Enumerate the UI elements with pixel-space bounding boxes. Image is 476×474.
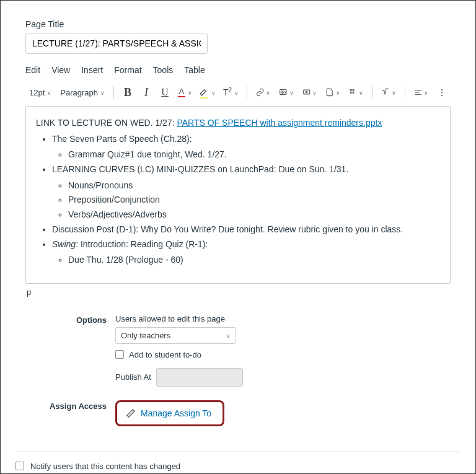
publish-at-input[interactable] [156, 368, 243, 387]
media-icon [302, 87, 311, 97]
chevron-down-icon: ∨ [226, 333, 231, 339]
manage-assign-to-button[interactable]: Manage Assign To [121, 406, 216, 421]
block-format-select[interactable]: Paragraph∨ [58, 88, 107, 97]
notify-checkbox[interactable] [15, 462, 24, 470]
options-label: Options [25, 314, 115, 387]
italic-button[interactable]: I [139, 85, 154, 100]
equation-icon [381, 87, 390, 97]
link-button[interactable]: ∨ [253, 85, 273, 100]
list-item: Discussion Post (D-1): Why Do You Write?… [52, 223, 440, 237]
apps-icon [349, 87, 358, 97]
superscript-button[interactable]: T2∨ [221, 85, 240, 100]
font-size-select[interactable]: 12pt∨ [27, 88, 54, 97]
menu-table[interactable]: Table [184, 65, 205, 75]
page-title-input[interactable] [25, 33, 208, 54]
lecture-link[interactable]: PARTS OF SPEECH with assignment reminder… [177, 118, 382, 128]
toolbar-separator [405, 86, 405, 99]
image-icon [279, 87, 288, 97]
link-icon [256, 87, 265, 97]
more-button[interactable]: ⋮ [434, 85, 449, 100]
content-text: LINK TO LECTURE ON WED. 1/27: [36, 118, 177, 128]
alignment-button[interactable]: ∨ [412, 85, 431, 100]
menu-format[interactable]: Format [114, 65, 141, 75]
editor-status-path: p [25, 287, 451, 297]
bold-button[interactable]: B [120, 85, 135, 100]
assign-button-label: Manage Assign To [141, 408, 211, 418]
page-title-label: Page Title [25, 19, 451, 29]
image-button[interactable]: ∨ [276, 85, 296, 100]
editor-menubar: Edit View Insert Format Tools Table [25, 65, 451, 75]
notify-label: Notify users that this content has chang… [30, 462, 180, 471]
highlight-annotation: Manage Assign To [115, 400, 224, 426]
highlight-color-button[interactable]: ∨ [198, 85, 218, 100]
menu-tools[interactable]: Tools [153, 65, 174, 75]
svg-marker-3 [306, 91, 307, 92]
document-icon [325, 87, 334, 97]
toolbar-separator [113, 86, 114, 99]
svg-rect-5 [352, 89, 354, 91]
publish-at-label: Publish At [115, 372, 151, 382]
highlighter-icon [199, 87, 209, 97]
todo-checkbox[interactable] [115, 350, 124, 359]
list-item: Nouns/Pronouns [68, 179, 440, 193]
menu-edit[interactable]: Edit [25, 65, 40, 75]
svg-point-1 [281, 91, 283, 92]
toolbar-separator [372, 86, 372, 99]
text-color-button[interactable]: A∨ [176, 85, 194, 100]
pencil-icon [126, 408, 136, 418]
assign-access-label: Assign Access [25, 400, 115, 426]
svg-rect-7 [352, 92, 354, 94]
list-item: Due Thu. 1/28 (Prologue - 60) [68, 253, 440, 267]
list-item: Grammar Quiz#1 due tonight, Wed. 1/27. [68, 148, 440, 162]
toolbar-separator [247, 86, 247, 99]
align-left-icon [414, 87, 423, 97]
media-button[interactable]: ∨ [300, 85, 320, 100]
editors-select[interactable]: Only teachers ∨ [115, 327, 236, 344]
document-button[interactable]: ∨ [323, 85, 343, 100]
editor-toolbar: 12pt∨ Paragraph∨ B I U A∨ ∨ T2∨ ∨ ∨ ∨ ∨ … [25, 81, 451, 103]
menu-view[interactable]: View [51, 65, 70, 75]
list-item: Preposition/Conjunction [68, 193, 440, 207]
list-item: LEARNING CURVES (LC) MINI-QUIZZES on Lau… [52, 163, 440, 222]
underline-button[interactable]: U [157, 85, 172, 100]
equation-button[interactable]: ∨ [379, 85, 399, 100]
menu-insert[interactable]: Insert [81, 65, 103, 75]
apps-button[interactable]: ∨ [346, 85, 366, 100]
list-item: Verbs/Adjectives/Adverbs [68, 208, 440, 222]
svg-rect-4 [350, 89, 351, 91]
options-hint: Users allowed to edit this page [115, 314, 451, 323]
select-value: Only teachers [121, 331, 170, 340]
svg-rect-6 [350, 92, 351, 94]
todo-label: Add to student to-do [129, 350, 201, 359]
list-item: Swing: Introduction: Reading Quiz (R-1):… [52, 238, 440, 267]
rich-text-editor[interactable]: LINK TO LECTURE ON WED. 1/27: PARTS OF S… [25, 106, 451, 284]
list-item: The Seven Parts of Speech (Ch.28): Gramm… [52, 133, 440, 162]
